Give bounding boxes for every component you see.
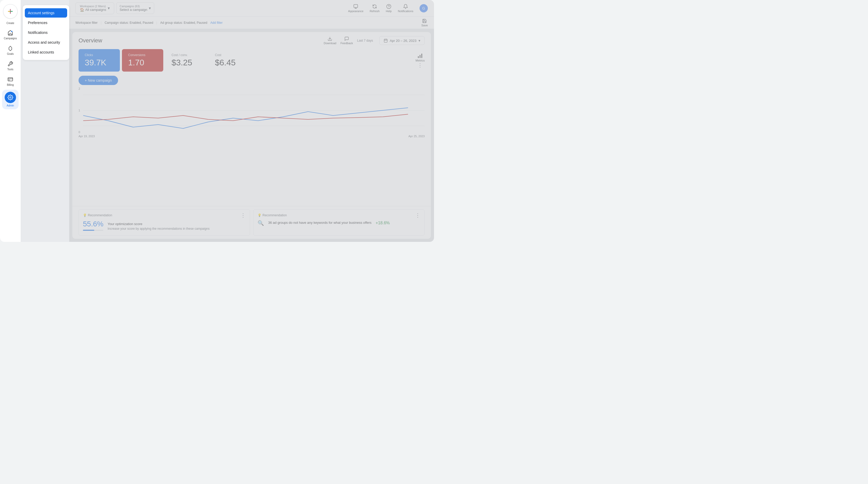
- goals-icon: [7, 45, 13, 52]
- menu-item-notifications[interactable]: Notifications: [23, 28, 69, 37]
- content-overlay[interactable]: [69, 0, 434, 242]
- sidebar-admin-label: Admin: [7, 104, 14, 107]
- sidebar-item-campaigns[interactable]: Campaigns: [2, 28, 19, 42]
- create-section: Create: [3, 4, 18, 25]
- menu-item-access-security[interactable]: Access and security: [23, 38, 69, 47]
- menu-item-preferences[interactable]: Preferences: [23, 18, 69, 27]
- svg-point-0: [11, 31, 13, 32]
- sidebar-tools-label: Tools: [7, 68, 13, 71]
- tools-icon: [7, 61, 13, 67]
- billing-icon: [7, 76, 13, 83]
- sidebar: Create Campaigns Goals: [0, 0, 21, 242]
- sidebar-billing-label: Billing: [7, 84, 14, 87]
- admin-icon-wrap: [5, 92, 16, 103]
- sidebar-item-tools[interactable]: Tools: [2, 59, 19, 73]
- content-area: Workspace (2 filters) 🏠 All campaigns ▾ …: [69, 0, 434, 242]
- sidebar-goals-label: Goals: [7, 53, 14, 56]
- menu-item-account-settings[interactable]: Account settings: [25, 8, 67, 18]
- main-container: Create Campaigns Goals: [0, 0, 434, 242]
- menu-item-linked-accounts[interactable]: Linked accounts: [23, 48, 69, 57]
- create-label: Create: [6, 22, 14, 25]
- svg-rect-2: [9, 80, 10, 80]
- sidebar-campaigns-label: Campaigns: [4, 37, 17, 40]
- create-button[interactable]: [3, 4, 18, 19]
- svg-point-3: [9, 97, 11, 98]
- sidebar-item-goals[interactable]: Goals: [2, 43, 19, 58]
- svg-rect-1: [8, 78, 13, 81]
- sidebar-item-billing[interactable]: Billing: [2, 74, 19, 89]
- account-menu-panel: Account settings Preferences Notificatio…: [23, 5, 69, 60]
- sidebar-item-admin[interactable]: Admin: [2, 90, 19, 109]
- campaigns-icon: [7, 30, 13, 36]
